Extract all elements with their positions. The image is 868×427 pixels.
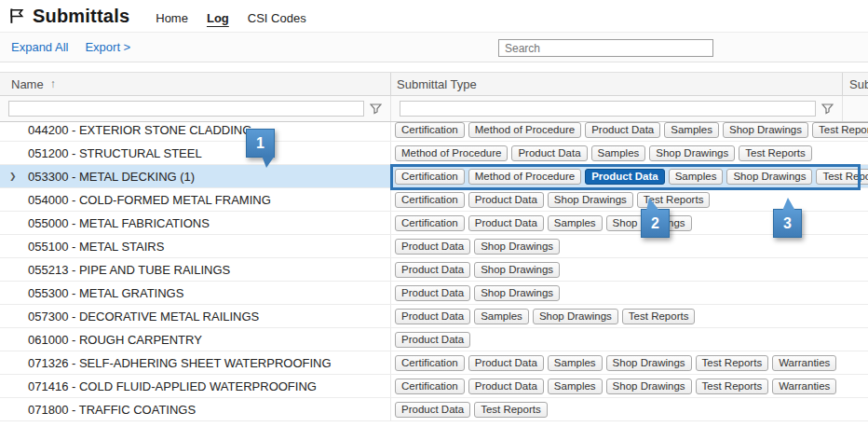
submittal-type-chip[interactable]: Samples [548, 215, 603, 231]
submittal-type-chip[interactable]: Certification [395, 169, 465, 185]
submittal-type-chip[interactable]: Certification [395, 215, 465, 231]
submittal-type-chip[interactable]: Samples [548, 355, 603, 371]
page-title: Submittals [33, 6, 129, 27]
submittal-type-chip[interactable]: Product Data [395, 309, 470, 324]
submittal-type-chip[interactable]: Shop Drawings [649, 145, 735, 161]
row-name-cell: 051200 - STRUCTURAL STEEL [0, 142, 391, 164]
submittal-type-chip[interactable]: Method of Procedure [468, 122, 581, 138]
row-name: 055000 - METAL FABRICATIONS [28, 216, 210, 230]
submittal-type-chip[interactable]: Test Reports [622, 309, 696, 324]
submittal-type-chip[interactable]: Test Reports [812, 122, 868, 138]
submittal-type-chip[interactable]: Product Data [585, 169, 665, 185]
row-name: 044200 - EXTERIOR STONE CLADDING [28, 123, 251, 137]
column-header-name[interactable]: Name ↑ [0, 73, 391, 95]
submittal-type-chip[interactable]: Shop Drawings [474, 262, 560, 278]
submittal-type-chip[interactable]: Product Data [468, 215, 544, 231]
submittal-type-chip[interactable]: Product Data [585, 122, 660, 138]
submittal-type-chip[interactable]: Shop Drawings [474, 239, 560, 255]
table-row[interactable]: 071416 - COLD FLUID-APPLIED WATERPROOFIN… [0, 375, 868, 398]
tab-log[interactable]: Log [207, 11, 229, 25]
submittal-type-chip[interactable]: Test Reports [696, 379, 769, 394]
row-submittal-types-cell: CertificationMethod of ProcedureProduct … [391, 122, 868, 138]
callout-tail [782, 198, 795, 211]
tab-csi-codes[interactable]: CSI Codes [248, 11, 306, 25]
submittal-type-chip[interactable]: Product Data [468, 355, 544, 371]
submittal-type-chip[interactable]: Product Data [511, 145, 587, 161]
table-row[interactable]: 071800 - TRAFFIC COATINGSProduct DataTes… [0, 398, 868, 421]
column-header-submittal-type[interactable]: Submittal Type [391, 73, 843, 95]
table-row[interactable]: 051200 - STRUCTURAL STEELMethod of Proce… [0, 142, 868, 165]
column-label-submittal-type: Submittal Type [397, 77, 477, 91]
submittal-type-chip[interactable]: Samples [591, 145, 646, 161]
row-name-cell: 071326 - SELF-ADHERING SHEET WATERPROOFI… [0, 351, 391, 374]
row-name: 071800 - TRAFFIC COATINGS [28, 403, 196, 417]
row-name-cell: 061000 - ROUGH CARPENTRY [0, 328, 391, 351]
submittal-type-chip[interactable]: Certification [395, 379, 465, 394]
export-link[interactable]: Export > [85, 40, 130, 54]
submittal-type-chip[interactable]: Product Data [395, 285, 470, 301]
table-row[interactable]: 071326 - SELF-ADHERING SHEET WATERPROOFI… [0, 351, 868, 375]
submittal-type-chip[interactable]: Shop Drawings [606, 355, 692, 371]
column-label-clipped: Sub [849, 77, 868, 91]
submittal-type-chip[interactable]: Shop Drawings [533, 309, 618, 324]
filter-funnel-icon[interactable] [821, 103, 834, 115]
table-row[interactable]: 044200 - EXTERIOR STONE CLADDINGCertific… [0, 122, 868, 142]
toolbar: Expand All Export > [0, 32, 868, 62]
submittal-type-chip[interactable]: Samples [664, 122, 719, 138]
submittal-type-chip[interactable]: Certification [395, 122, 465, 138]
submittal-type-chip[interactable]: Test Reports [816, 169, 868, 185]
submittal-type-chip[interactable]: Product Data [395, 402, 470, 418]
row-name: 061000 - ROUGH CARPENTRY [28, 333, 202, 347]
table-row[interactable]: ❯053300 - METAL DECKING (1)Certification… [0, 165, 868, 188]
name-filter-input[interactable] [8, 101, 364, 117]
submittal-type-chip[interactable]: Method of Procedure [468, 169, 581, 185]
row-name: 071326 - SELF-ADHERING SHEET WATERPROOFI… [28, 356, 332, 370]
annotation-callout-3: 3 [773, 209, 802, 238]
tab-home[interactable]: Home [156, 11, 188, 25]
type-filter-input[interactable] [400, 101, 816, 117]
submittal-type-chip[interactable]: Product Data [395, 332, 470, 348]
submittal-type-chip[interactable]: Shop Drawings [726, 169, 812, 185]
row-name: 055213 - PIPE AND TUBE RAILINGS [28, 263, 230, 277]
submittal-type-chip[interactable]: Samples [669, 169, 724, 185]
submittal-type-chip[interactable]: Shop Drawings [474, 285, 560, 301]
flag-icon [9, 7, 25, 24]
submittal-type-chip[interactable]: Product Data [468, 379, 544, 394]
submittal-type-chip[interactable]: Test Reports [474, 402, 548, 418]
submittals-page: Submittals Home Log CSI Codes Expand All… [0, 0, 868, 427]
table-row[interactable]: 057300 - DECORATIVE METAL RAILINGSProduc… [0, 305, 868, 328]
table-row[interactable]: 055300 - METAL GRATINGSProduct DataShop … [0, 282, 868, 305]
submittal-type-chip[interactable]: Product Data [395, 262, 470, 278]
submittal-type-chip[interactable]: Shop Drawings [606, 379, 692, 394]
sort-ascending-icon[interactable]: ↑ [50, 77, 56, 90]
expand-chevron-icon[interactable]: ❯ [9, 172, 17, 181]
submittal-type-chip[interactable]: Product Data [395, 239, 470, 255]
submittal-type-chip[interactable]: Warranties [772, 379, 836, 394]
expand-all-link[interactable]: Expand All [11, 40, 68, 54]
top-nav: Home Log CSI Codes [156, 7, 305, 25]
submittal-type-chip[interactable]: Warranties [772, 355, 836, 371]
submittal-type-chip[interactable]: Shop Drawings [723, 122, 808, 138]
submittal-type-chip[interactable]: Product Data [468, 192, 544, 208]
table-row[interactable]: 054000 - COLD-FORMED METAL FRAMINGCertif… [0, 188, 868, 212]
submittal-type-chip[interactable]: Samples [474, 309, 529, 324]
submittal-type-chip[interactable]: Samples [548, 379, 603, 394]
table-row[interactable]: 055100 - METAL STAIRSProduct DataShop Dr… [0, 235, 868, 258]
table-row[interactable]: 061000 - ROUGH CARPENTRYProduct Data [0, 328, 868, 351]
table-row[interactable]: 055000 - METAL FABRICATIONSCertification… [0, 212, 868, 235]
callout-tail [646, 198, 659, 211]
submittal-type-chip[interactable]: Test Reports [739, 145, 812, 161]
row-submittal-types-cell: CertificationProduct DataShop DrawingsTe… [391, 192, 868, 208]
filter-funnel-icon[interactable] [370, 103, 382, 115]
submittal-type-chip[interactable]: Shop Drawings [548, 192, 633, 208]
search-input[interactable] [498, 39, 713, 57]
submittal-type-chip[interactable]: Certification [395, 192, 465, 208]
row-name: 057300 - DECORATIVE METAL RAILINGS [28, 310, 259, 324]
submittal-type-chip[interactable]: Test Reports [696, 355, 769, 371]
table-row[interactable]: 055213 - PIPE AND TUBE RAILINGSProduct D… [0, 258, 868, 282]
row-name: 071416 - COLD FLUID-APPLIED WATERPROOFIN… [28, 379, 317, 393]
submittal-type-chip[interactable]: Certification [395, 355, 465, 371]
column-header-clipped[interactable]: Sub [843, 77, 868, 91]
submittal-type-chip[interactable]: Method of Procedure [395, 145, 508, 161]
row-name: 051200 - STRUCTURAL STEEL [28, 146, 202, 160]
